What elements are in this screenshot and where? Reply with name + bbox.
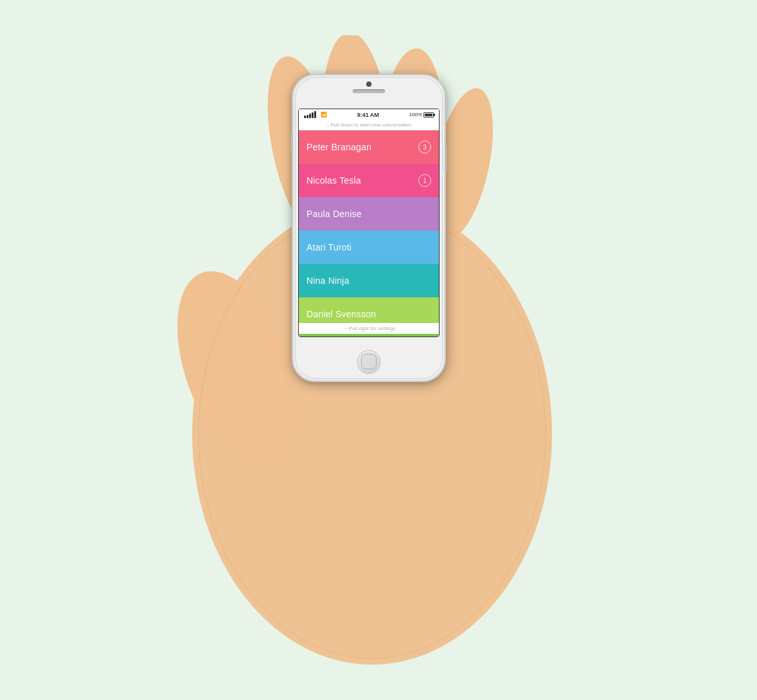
signal-bars: [304, 111, 316, 118]
home-button-inner: [361, 354, 377, 369]
contact-item[interactable]: Nicolas Tesla1: [299, 164, 439, 197]
signal-bar-2: [307, 115, 308, 118]
hand-container: 📶 9:41 AM 100% ↓ Pull down to start new …: [154, 35, 603, 665]
signal-bar-5: [314, 111, 316, 118]
contact-badge: 3: [418, 141, 431, 153]
pull-right-hint: → Pull right for settings: [299, 323, 439, 334]
contact-item[interactable]: Paula Denise: [299, 197, 439, 231]
status-time: 9:41 AM: [357, 112, 379, 118]
contact-name: Daniel Svensson: [307, 309, 376, 319]
volume-button: [291, 133, 293, 152]
power-button: [445, 146, 447, 171]
screen-content: 📶 9:41 AM 100% ↓ Pull down to start new …: [299, 109, 439, 337]
iphone-device: 📶 9:41 AM 100% ↓ Pull down to start new …: [292, 74, 446, 382]
battery-percent: 100%: [409, 112, 422, 118]
battery-fill: [425, 114, 432, 116]
signal-bar-1: [304, 116, 306, 118]
contact-name: Nicolas Tesla: [307, 175, 361, 186]
signal-area: 📶: [304, 111, 327, 118]
contact-name: Nina Ninja: [307, 276, 350, 286]
contact-item[interactable]: Peter Branagan3: [299, 130, 439, 164]
contact-name: Peter Branagan: [307, 142, 371, 152]
signal-bar-3: [309, 114, 311, 118]
camera: [366, 82, 371, 87]
contact-item[interactable]: Atari Turoti: [299, 231, 439, 264]
iphone-top: [353, 82, 385, 93]
contact-badge: 1: [418, 174, 431, 187]
contact-item[interactable]: Nina Ninja: [299, 264, 439, 297]
battery-area: 100%: [409, 112, 434, 118]
contact-name: Atari Turoti: [307, 242, 352, 252]
status-bar: 📶 9:41 AM 100%: [299, 109, 439, 120]
iphone-screen: 📶 9:41 AM 100% ↓ Pull down to start new …: [298, 109, 440, 337]
signal-bar-4: [312, 112, 314, 118]
contact-name: Paula Denise: [307, 209, 362, 219]
contact-list: Peter Branagan3Nicolas Tesla1Paula Denis…: [299, 130, 439, 337]
speaker: [353, 89, 385, 93]
battery-icon: [423, 112, 434, 118]
pull-down-hint: ↓ Pull down to start new conversation: [299, 120, 439, 130]
home-button[interactable]: [357, 350, 380, 373]
wifi-icon: 📶: [321, 112, 327, 118]
